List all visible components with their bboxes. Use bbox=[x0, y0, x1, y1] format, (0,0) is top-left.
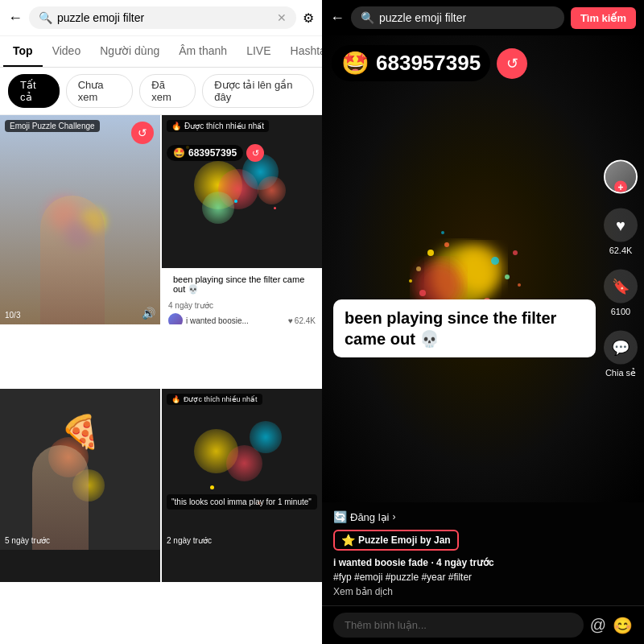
svg-point-11 bbox=[513, 250, 518, 255]
filter-badge[interactable]: ⭐ Puzzle Emoji by Jan bbox=[333, 530, 459, 551]
follow-plus: + bbox=[614, 181, 627, 194]
badge-puzzle-challenge: Emoji Puzzle Challenge bbox=[5, 120, 100, 132]
tab-hashtag[interactable]: Hashtag bbox=[281, 36, 322, 67]
sub-tab-tatca[interactable]: Tất cả bbox=[8, 74, 60, 108]
like-icon: ♥ bbox=[604, 208, 638, 242]
right-panel: ← 🔍 puzzle emoji filter Tìm kiếm 🤩 68395… bbox=[322, 0, 644, 644]
filter-badge-row: ⭐ Puzzle Emoji by Jan bbox=[333, 530, 633, 551]
full-video-view[interactable]: 🤩 683957395 ↺ bbox=[322, 35, 644, 502]
follow-action[interactable]: + bbox=[604, 160, 638, 194]
badge-popular-2: 🔥Được thích nhiều nhất bbox=[167, 120, 269, 132]
bookmark-count: 6100 bbox=[611, 307, 630, 316]
tab-nguoidung[interactable]: Người dùng bbox=[90, 36, 169, 67]
sub-tab-recent[interactable]: Được tải lên gần đây bbox=[202, 74, 314, 108]
emoji-counter-pill: 🤩 683957395 bbox=[332, 45, 490, 81]
back-button[interactable]: ← bbox=[8, 10, 23, 27]
svg-point-17 bbox=[441, 231, 444, 234]
sub-tabs: Tất cả Chưa xem Đã xem Được tải lên gần … bbox=[0, 68, 322, 115]
danglay-row[interactable]: 🔄 Đăng lại › bbox=[333, 510, 633, 523]
svg-point-13 bbox=[409, 279, 412, 283]
share-action[interactable]: 💬 Chia sẻ bbox=[604, 331, 638, 378]
right-search-bar: ← 🔍 puzzle emoji filter Tìm kiếm bbox=[322, 0, 644, 35]
likes-2: ♥ 62.4K bbox=[288, 316, 316, 325]
refresh-btn-2[interactable]: ↺ bbox=[246, 144, 264, 162]
svg-point-6 bbox=[505, 275, 510, 279]
timestamp-4: 2 ngày trước bbox=[167, 536, 212, 545]
tab-live[interactable]: LIVE bbox=[237, 36, 280, 67]
danglay-text: Đăng lại bbox=[350, 511, 389, 523]
video-cell-1[interactable]: Emoji Puzzle Challenge ↺ 10/3 🔊 Should I… bbox=[0, 115, 160, 324]
danglay-icon: 🔄 bbox=[333, 510, 347, 523]
tab-top[interactable]: Top bbox=[3, 36, 43, 67]
share-label: Chia sẻ bbox=[605, 368, 636, 378]
video-2-days: 4 ngày trước bbox=[168, 301, 316, 310]
top-tabs: Top Video Người dùng Âm thanh LIVE Hasht… bbox=[0, 36, 322, 68]
big-count: 683957395 bbox=[376, 51, 481, 76]
sub-tab-daxem[interactable]: Đã xem bbox=[139, 74, 196, 108]
tim-kiem-button[interactable]: Tìm kiếm bbox=[571, 7, 636, 29]
post-days: 4 ngày trước bbox=[436, 557, 494, 568]
video-cell-4[interactable]: 🔥Được thích nhiều nhất "this looks cool … bbox=[162, 389, 322, 582]
tab-amthanh[interactable]: Âm thanh bbox=[169, 36, 237, 67]
tab-video[interactable]: Video bbox=[43, 36, 91, 67]
comment-input[interactable]: Thêm bình luận... bbox=[333, 613, 584, 638]
right-search-icon: 🔍 bbox=[361, 11, 374, 24]
creator-avatar: + bbox=[604, 160, 638, 194]
search-input-wrap[interactable]: 🔍 puzzle emoji filter ✕ bbox=[29, 6, 296, 29]
sub-tab-chuaxem[interactable]: Chưa xem bbox=[66, 74, 134, 108]
svg-point-14 bbox=[518, 283, 521, 287]
counter-overlay-2: 🤩 683957395 ↺ bbox=[167, 144, 317, 162]
side-actions: + ♥ 62.4K 🔖 6100 💬 Chia sẻ bbox=[604, 160, 638, 378]
top-overlay: 🤩 683957395 ↺ bbox=[332, 45, 596, 81]
video-cell-2[interactable]: 🔥Được thích nhiều nhất 🤩 683957395 ↺ bee… bbox=[162, 115, 322, 324]
video-cell-3[interactable]: 🍕 5 ngày trước bbox=[0, 389, 160, 582]
refresh-btn-1[interactable]: ↺ bbox=[131, 122, 154, 144]
like-action[interactable]: ♥ 62.4K bbox=[604, 208, 638, 255]
bookmark-icon: 🔖 bbox=[604, 270, 638, 303]
video-2-meta: been playing since the filter came out 💀… bbox=[162, 268, 322, 324]
badge-popular-4: 🔥Được thích nhiều nhất bbox=[167, 394, 262, 405]
svg-point-7 bbox=[419, 290, 426, 296]
user-2: i wanted boosie... bbox=[186, 316, 249, 325]
hashtags[interactable]: #fyp #emoji #puzzle #year #filter bbox=[333, 572, 633, 583]
svg-point-4 bbox=[444, 242, 449, 247]
timestamp-3: 5 ngày trước bbox=[5, 536, 50, 545]
caption-text: been playing since the filter came out 💀 bbox=[345, 308, 584, 349]
search-bar: ← 🔍 puzzle emoji filter ✕ ⚙ bbox=[0, 0, 322, 36]
svg-point-10 bbox=[416, 266, 421, 271]
right-search-input[interactable]: 🔍 puzzle emoji filter bbox=[351, 6, 564, 29]
filter-badge-text: Puzzle Emoji by Jan bbox=[358, 535, 451, 546]
video-4-caption: "this looks cool imma play for 1 minute" bbox=[167, 494, 317, 510]
share-icon: 💬 bbox=[604, 331, 638, 365]
clear-icon[interactable]: ✕ bbox=[277, 11, 287, 24]
ratio-badge: 10/3 bbox=[5, 311, 20, 320]
bookmark-action[interactable]: 🔖 6100 bbox=[604, 270, 638, 316]
user-post-row: i wanted boosie fade · 4 ngày trước bbox=[333, 557, 633, 568]
left-panel: ← 🔍 puzzle emoji filter ✕ ⚙ Top Video Ng… bbox=[0, 0, 322, 644]
refresh-btn-big[interactable]: ↺ bbox=[497, 48, 527, 79]
translate-link[interactable]: Xem bản dịch bbox=[333, 586, 633, 597]
search-icon: 🔍 bbox=[39, 11, 52, 24]
filter-icon[interactable]: ⚙ bbox=[303, 10, 314, 26]
video-2-caption: been playing since the filter came out 💀 bbox=[168, 271, 316, 298]
emoji-button[interactable]: 😊 bbox=[613, 616, 633, 635]
search-query-left: puzzle emoji filter bbox=[57, 11, 272, 24]
filter-badge-icon: ⭐ bbox=[341, 534, 355, 547]
comment-bar: Thêm bình luận... @ 😊 bbox=[322, 605, 644, 644]
right-search-query: puzzle emoji filter bbox=[379, 11, 466, 24]
svg-point-3 bbox=[427, 250, 434, 256]
at-icon[interactable]: @ bbox=[590, 616, 606, 634]
sound-icon-1: 🔊 bbox=[142, 307, 155, 320]
avatar-2 bbox=[168, 313, 183, 324]
caption-box: been playing since the filter came out 💀 bbox=[333, 299, 596, 357]
like-count: 62.4K bbox=[609, 246, 633, 255]
danglay-arrow: › bbox=[392, 511, 395, 522]
post-user: i wanted boosie fade bbox=[333, 557, 428, 568]
right-back-button[interactable]: ← bbox=[330, 10, 345, 27]
bottom-info: 🔄 Đăng lại › ⭐ Puzzle Emoji by Jan i wan… bbox=[322, 502, 644, 605]
big-emoji: 🤩 bbox=[341, 50, 369, 76]
svg-point-5 bbox=[491, 257, 499, 265]
video-grid: Emoji Puzzle Challenge ↺ 10/3 🔊 Should I… bbox=[0, 115, 322, 644]
